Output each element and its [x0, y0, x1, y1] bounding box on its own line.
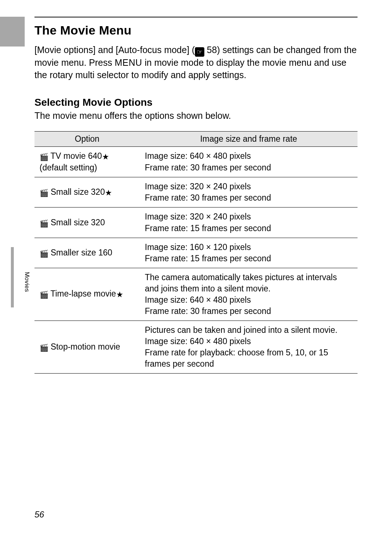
movie-mode-icon: 🎬 — [40, 219, 48, 229]
table-row: 🎬 TV movie 640★(default setting)Image si… — [34, 146, 358, 177]
star-icon: ★ — [116, 290, 123, 299]
description-line: Image size: 320 × 240 pixels — [145, 212, 251, 221]
option-sublabel: (default setting) — [40, 162, 135, 173]
page-title: The Movie Menu — [34, 17, 358, 44]
option-label: Time-lapse movie — [48, 289, 116, 298]
description-line: Frame rate: 30 frames per second — [145, 163, 271, 172]
side-tab: Movies — [11, 247, 27, 307]
options-table: Option Image size and frame rate 🎬 TV mo… — [34, 131, 358, 374]
description-line: Pictures can be taken and joined into a … — [145, 325, 338, 335]
table-header-desc: Image size and frame rate — [140, 131, 358, 146]
description-cell: Image size: 640 × 480 pixelsFrame rate: … — [140, 146, 358, 177]
option-label: Small size 320 — [48, 218, 105, 227]
description-line: Image size: 640 × 480 pixels — [145, 295, 251, 305]
table-header-option: Option — [34, 131, 140, 146]
menu-word: MENU — [115, 57, 142, 68]
movie-mode-icon: 🎬 — [40, 249, 48, 259]
star-icon: ★ — [102, 152, 109, 161]
option-label: Small size 320 — [48, 187, 105, 197]
description-line: Frame rate: 30 frames per second — [145, 193, 271, 202]
description-line: Frame rate for playback: choose from 5, … — [145, 348, 328, 368]
description-cell: Image size: 320 × 240 pixelsFrame rate: … — [140, 207, 358, 238]
table-row: 🎬 Small size 320★Image size: 320 × 240 p… — [34, 177, 358, 207]
movie-mode-icon: 🎬 — [40, 188, 48, 198]
description-line: Image size: 640 × 480 pixels — [145, 151, 251, 161]
option-cell: 🎬 Smaller size 160 — [34, 238, 140, 268]
table-row: 🎬 Time-lapse movie★The camera automatica… — [34, 268, 358, 321]
side-tab-label: Movies — [23, 272, 30, 292]
description-line: Image size: 640 × 480 pixels — [145, 337, 251, 346]
movie-mode-icon: 🎬 — [40, 152, 48, 162]
header-band — [0, 17, 25, 47]
description-line: Frame rate: 15 frames per second — [145, 254, 271, 263]
table-row: 🎬 Small size 320Image size: 320 × 240 pi… — [34, 207, 358, 238]
page-number: 56 — [34, 509, 44, 520]
description-cell: The camera automatically takes pictures … — [140, 268, 358, 321]
description-line: Frame rate: 30 frames per second — [145, 306, 271, 316]
section-subtext: The movie menu offers the options shown … — [34, 110, 358, 121]
option-cell: 🎬 Stop-motion movie — [34, 321, 140, 373]
option-cell: 🎬 TV movie 640★(default setting) — [34, 146, 140, 177]
reference-icon: ☞ — [195, 47, 204, 57]
description-line: The camera automatically takes pictures … — [145, 273, 337, 293]
table-row: 🎬 Stop-motion moviePictures can be taken… — [34, 321, 358, 373]
option-label: Stop-motion movie — [48, 342, 120, 351]
star-icon: ★ — [105, 188, 112, 197]
description-cell: Image size: 320 × 240 pixelsFrame rate: … — [140, 177, 358, 207]
option-label: Smaller size 160 — [48, 248, 112, 257]
description-line: Image size: 160 × 120 pixels — [145, 242, 251, 252]
side-tab-bar — [11, 247, 14, 307]
movie-mode-icon: 🎬 — [40, 290, 48, 300]
description-line: Frame rate: 15 frames per second — [145, 223, 271, 233]
option-cell: 🎬 Small size 320★ — [34, 177, 140, 207]
section-heading: Selecting Movie Options — [34, 97, 358, 108]
movie-mode-icon: 🎬 — [40, 343, 48, 353]
option-cell: 🎬 Small size 320 — [34, 207, 140, 238]
option-cell: 🎬 Time-lapse movie★ — [34, 268, 140, 321]
intro-text-1: [Movie options] and [Auto-focus mode] ( — [34, 45, 195, 55]
table-row: 🎬 Smaller size 160Image size: 160 × 120 … — [34, 238, 358, 268]
intro-paragraph: [Movie options] and [Auto-focus mode] (☞… — [34, 44, 358, 81]
description-cell: Image size: 160 × 120 pixelsFrame rate: … — [140, 238, 358, 268]
option-label: TV movie 640 — [48, 151, 102, 161]
description-line: Image size: 320 × 240 pixels — [145, 182, 251, 191]
description-cell: Pictures can be taken and joined into a … — [140, 321, 358, 373]
